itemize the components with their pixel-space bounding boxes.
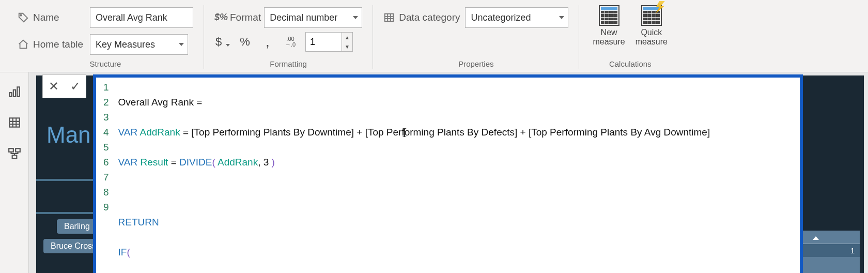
ribbon-group-formatting: $% Format Decimal number $ % , .00→.0 ▲ … [204, 5, 373, 69]
percent-button[interactable]: % [237, 32, 253, 52]
group-title-structure: Structure [18, 59, 193, 69]
group-title-calculations: Calculations [590, 59, 671, 69]
svg-rect-3 [13, 90, 15, 97]
thousands-button[interactable]: , [260, 32, 275, 52]
data-category-select[interactable]: Uncategorized [465, 7, 568, 28]
report-title-fragment: Man [47, 122, 91, 148]
data-view-icon[interactable] [8, 116, 21, 129]
table-icon [383, 12, 395, 23]
home-table-select[interactable]: Key Measures [90, 34, 188, 55]
text-cursor-icon: I [402, 125, 407, 140]
svg-rect-7 [16, 148, 20, 152]
dax-editor[interactable]: 1 2 3 4 5 6 7 8 9 Overall Avg Rank = VAR… [93, 74, 803, 273]
spinner-up[interactable]: ▲ [342, 33, 352, 42]
format-select[interactable]: Decimal number [264, 7, 362, 28]
ribbon-group-structure: Name Home table Key Measures Structure [7, 5, 204, 69]
quick-measure-button[interactable]: Quick measure [632, 5, 671, 47]
svg-rect-6 [9, 148, 13, 152]
decimal-places-spinner[interactable]: ▲ ▼ [305, 32, 353, 52]
decimal-places-icon[interactable]: .00→.0 [283, 32, 298, 52]
svg-rect-4 [17, 87, 19, 96]
svg-rect-8 [12, 155, 17, 159]
format-label: $% Format [214, 12, 261, 23]
svg-point-0 [20, 14, 22, 16]
svg-rect-2 [9, 93, 11, 97]
view-rail [0, 72, 29, 273]
slicer-barling[interactable]: Barling [57, 219, 97, 234]
sort-caret-icon[interactable] [813, 236, 819, 240]
svg-rect-5 [9, 118, 20, 127]
cancel-formula-button[interactable]: ✕ [43, 75, 65, 98]
home-table-label: Home table [18, 39, 85, 50]
home-icon [18, 39, 29, 50]
group-title-properties: Properties [383, 59, 568, 69]
name-input[interactable] [90, 7, 193, 28]
ribbon-group-properties: Data category Uncategorized Properties [373, 5, 579, 69]
report-view-icon[interactable] [8, 85, 21, 98]
tag-icon [18, 12, 29, 23]
format-glyph-icon: $% [214, 12, 226, 23]
ribbon-group-calculations: New measure Quick measure Calculations [579, 5, 681, 69]
code-area[interactable]: Overall Avg Rank = VAR AddRank = [Top Pe… [113, 78, 800, 273]
currency-button[interactable]: $ [214, 32, 230, 52]
model-view-icon[interactable] [8, 147, 21, 160]
new-measure-button[interactable]: New measure [590, 5, 628, 47]
svg-rect-1 [385, 14, 394, 22]
commit-formula-button[interactable]: ✓ [65, 75, 86, 98]
name-label: Name [18, 12, 85, 23]
data-category-label: Data category [383, 12, 460, 23]
ribbon: Name Home table Key Measures Structure $… [0, 0, 868, 72]
line-gutter: 1 2 3 4 5 6 7 8 9 [96, 78, 113, 273]
group-title-formatting: Formatting [214, 59, 362, 69]
decimal-places-input[interactable] [305, 32, 342, 52]
spinner-down[interactable]: ▼ [342, 42, 352, 51]
calculator-bolt-icon [641, 5, 662, 26]
calculator-icon [599, 5, 619, 26]
